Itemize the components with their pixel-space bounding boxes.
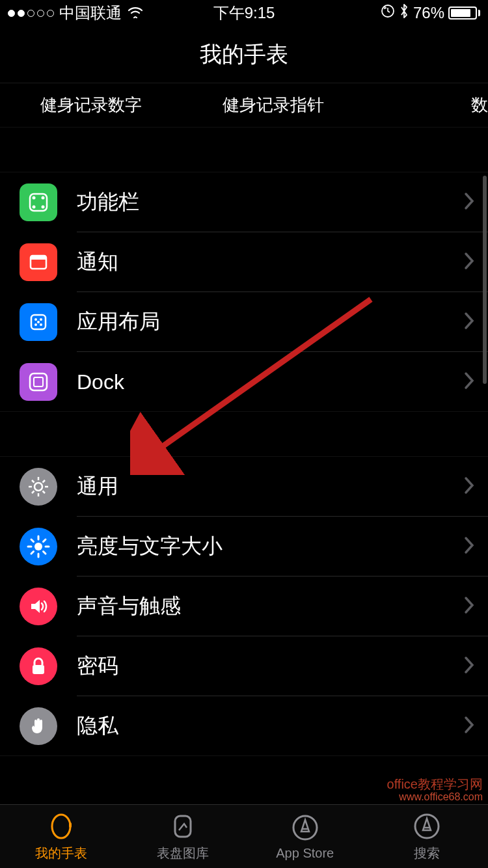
chevron-right-icon	[463, 191, 475, 213]
orientation-lock-icon	[381, 4, 395, 22]
watch-face-item[interactable]: 健身记录数字	[0, 94, 182, 116]
svg-point-9	[34, 318, 37, 321]
watermark: office教程学习网 www.office68.com	[387, 777, 483, 803]
watch-face-selector[interactable]: 健身记录数字 健身记录指针 数	[0, 83, 488, 128]
svg-rect-38	[69, 822, 72, 828]
scroll-indicator[interactable]	[483, 176, 487, 384]
tab-app-store[interactable]: App Store	[244, 805, 366, 868]
cell-label: 隐私	[77, 712, 118, 740]
svg-point-11	[34, 323, 37, 326]
carrier-label: 中国联通	[59, 3, 122, 23]
svg-point-4	[42, 197, 45, 200]
svg-line-30	[31, 539, 34, 542]
svg-point-13	[37, 321, 40, 323]
cell-label: Dock	[77, 370, 124, 394]
cell-label: 通用	[77, 472, 118, 501]
hand-icon	[20, 707, 57, 745]
complications-icon	[20, 183, 57, 221]
chevron-right-icon	[463, 251, 475, 273]
svg-rect-34	[33, 665, 44, 674]
status-time: 下午9:15	[213, 3, 275, 23]
cell-label: 密码	[77, 652, 118, 681]
sound-icon	[20, 588, 57, 625]
battery-icon	[448, 7, 480, 20]
svg-point-3	[42, 206, 45, 209]
cell-app-layout[interactable]: 应用布局	[0, 292, 488, 352]
tab-label: 我的手表	[35, 845, 87, 862]
wifi-icon	[127, 4, 144, 22]
tab-label: 表盘图库	[157, 845, 209, 862]
chevron-right-icon	[463, 655, 475, 677]
cell-general[interactable]: 通用	[0, 457, 488, 517]
cell-privacy[interactable]: 隐私	[0, 696, 488, 756]
svg-line-23	[43, 480, 46, 483]
chevron-right-icon	[463, 715, 475, 737]
svg-line-31	[44, 552, 46, 554]
status-bar: 中国联通 下午9:15 76%	[0, 0, 488, 26]
battery-pct: 76%	[413, 4, 444, 22]
cell-label: 通知	[77, 248, 118, 277]
watch-face-item[interactable]: 数	[364, 94, 488, 116]
watch-face-item[interactable]: 健身记录指针	[182, 94, 364, 116]
tab-face-gallery[interactable]: 表盘图库	[122, 805, 245, 868]
gear-icon	[20, 468, 57, 506]
svg-point-5	[33, 206, 36, 209]
cell-complications[interactable]: 功能栏	[0, 172, 488, 232]
svg-line-24	[32, 491, 34, 494]
svg-point-25	[34, 543, 42, 550]
cell-brightness[interactable]: 亮度与文字大小	[0, 517, 488, 576]
bluetooth-icon	[399, 3, 409, 23]
svg-rect-7	[31, 256, 46, 260]
cell-notifications[interactable]: 通知	[0, 232, 488, 292]
watermark-line1: office教程学习网	[387, 777, 483, 791]
dock-icon	[20, 363, 57, 401]
tab-my-watch[interactable]: 我的手表	[0, 805, 122, 868]
cell-label: 亮度与文字大小	[77, 532, 223, 561]
app-layout-icon	[20, 303, 57, 341]
svg-rect-14	[30, 373, 47, 390]
tab-label: 搜索	[414, 845, 440, 862]
tab-search[interactable]: 搜索	[366, 805, 489, 868]
svg-point-10	[40, 318, 42, 321]
tab-bar: 我的手表 表盘图库 App Store 搜索	[0, 804, 488, 868]
chevron-right-icon	[463, 476, 475, 498]
svg-line-22	[43, 491, 46, 494]
svg-point-12	[40, 323, 42, 326]
chevron-right-icon	[463, 311, 475, 333]
brightness-icon	[20, 528, 57, 565]
svg-rect-15	[34, 377, 43, 387]
notifications-icon	[20, 243, 57, 281]
cell-dock[interactable]: Dock	[0, 352, 488, 412]
cell-label: 声音与触感	[77, 592, 181, 621]
svg-rect-1	[30, 194, 47, 211]
svg-point-16	[34, 483, 42, 491]
chevron-right-icon	[463, 371, 475, 393]
svg-line-33	[31, 552, 34, 554]
cell-sound[interactable]: 声音与触感	[0, 576, 488, 636]
svg-point-37	[52, 815, 70, 838]
settings-group-1: 功能栏 通知 应用布局 Dock	[0, 172, 488, 412]
cell-label: 应用布局	[77, 308, 160, 336]
settings-group-2: 通用 亮度与文字大小 声音与触感 密码 隐私	[0, 456, 488, 756]
chevron-right-icon	[463, 595, 475, 617]
cell-passcode[interactable]: 密码	[0, 636, 488, 696]
svg-point-2	[33, 197, 36, 200]
lock-icon	[20, 647, 57, 685]
chevron-right-icon	[463, 536, 475, 558]
svg-line-21	[32, 480, 34, 483]
signal-strength-icon	[8, 10, 54, 17]
svg-line-32	[44, 539, 46, 542]
watermark-line2: www.office68.com	[387, 791, 483, 803]
page-title: 我的手表	[0, 26, 488, 83]
tab-label: App Store	[276, 846, 334, 861]
cell-label: 功能栏	[77, 188, 139, 217]
